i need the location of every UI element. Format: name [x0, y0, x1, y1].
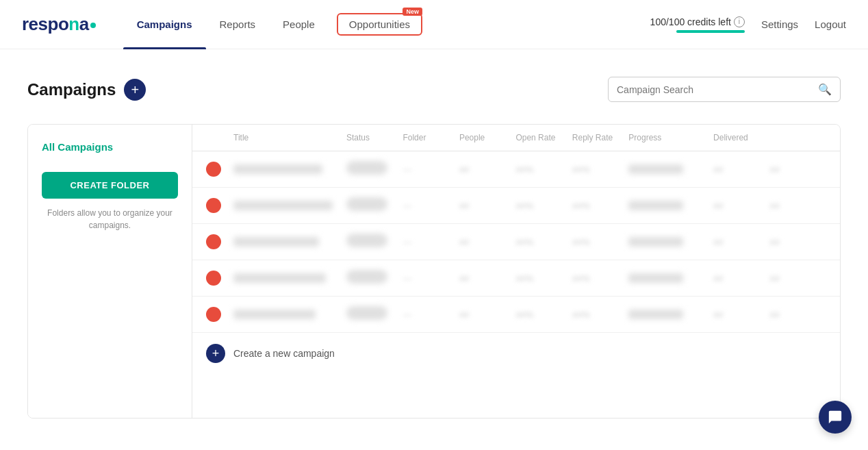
campaign-open-rate: ##%	[515, 237, 533, 247]
campaign-delivered: ##	[713, 164, 723, 175]
campaign-reply-rate: ##%	[572, 201, 590, 211]
credits-container: 100/100 credits left i	[650, 16, 745, 33]
page-header: Campaigns + 🔍	[27, 77, 841, 102]
campaign-title	[233, 201, 333, 210]
campaign-status-icon	[206, 271, 221, 286]
campaign-people: ##	[459, 237, 469, 247]
new-badge: New	[403, 8, 422, 16]
campaign-status	[346, 197, 387, 211]
opportunities-label: Opportunities	[349, 18, 410, 30]
campaign-extra: ##	[770, 273, 780, 284]
campaign-title	[233, 310, 316, 319]
campaign-delivered: ##	[713, 237, 723, 247]
campaign-delivered: ##	[713, 273, 723, 284]
header: respona Campaigns Reports People Opportu…	[0, 0, 868, 49]
campaign-title	[233, 273, 326, 283]
campaign-folder: —	[403, 237, 411, 247]
campaign-extra: ##	[770, 164, 780, 175]
campaign-open-rate: ##%	[515, 273, 533, 284]
campaign-extra: ##	[770, 310, 780, 320]
col-open-rate: Open Rate	[515, 133, 572, 142]
search-box: 🔍	[608, 77, 841, 102]
col-folder: Folder	[403, 133, 459, 142]
campaign-progress	[628, 237, 683, 247]
nav-reports[interactable]: Reports	[206, 0, 270, 49]
credits-text: 100/100 credits left i	[650, 16, 745, 27]
campaign-extra: ##	[770, 201, 780, 211]
campaign-people: ##	[459, 310, 469, 320]
campaign-folder: —	[403, 201, 411, 211]
campaign-status	[346, 234, 387, 247]
search-icon: 🔍	[818, 83, 832, 96]
campaign-status	[346, 306, 387, 320]
campaign-reply-rate: ##%	[572, 164, 590, 175]
campaign-progress	[628, 273, 683, 283]
campaign-folder: —	[403, 164, 411, 175]
nav-opportunities[interactable]: Opportunities New	[337, 13, 422, 36]
col-extra	[770, 133, 826, 142]
nav-campaigns[interactable]: Campaigns	[123, 0, 206, 49]
campaign-reply-rate: ##%	[572, 310, 590, 320]
campaign-status-icon	[206, 234, 221, 249]
col-people: People	[459, 133, 515, 142]
main-content: Campaigns + 🔍 All Campaigns CREATE FOLDE…	[0, 49, 868, 418]
campaign-extra: ##	[770, 237, 780, 247]
sidebar: All Campaigns CREATE FOLDER Folders allo…	[28, 125, 192, 418]
campaign-open-rate: ##%	[515, 201, 533, 211]
campaigns-table: Title Status Folder People Open Rate Rep…	[192, 125, 840, 418]
campaign-people: ##	[459, 201, 469, 211]
chat-icon	[828, 410, 843, 425]
campaign-folder: —	[403, 310, 411, 320]
folder-hint: Folders allow you to organize your campa…	[42, 207, 178, 232]
table-header: Title Status Folder People Open Rate Rep…	[192, 125, 840, 151]
create-campaign-label: Create a new campaign	[233, 348, 335, 359]
campaign-delivered: ##	[713, 201, 723, 211]
sidebar-title: All Campaigns	[42, 141, 178, 153]
campaign-status-icon	[206, 162, 221, 177]
table-row[interactable]: — ## ##% ##% ## ##	[192, 188, 840, 224]
create-folder-button[interactable]: CREATE FOLDER	[42, 172, 178, 199]
main-nav: Campaigns Reports People Opportunities N…	[123, 0, 650, 49]
header-right: 100/100 credits left i Settings Logout	[650, 16, 846, 33]
nav-people[interactable]: People	[269, 0, 329, 49]
table-row[interactable]: — ## ##% ##% ## ##	[192, 297, 840, 333]
campaign-reply-rate: ##%	[572, 273, 590, 284]
campaign-status	[346, 161, 387, 175]
create-campaign-icon[interactable]: +	[206, 344, 225, 363]
add-campaign-button[interactable]: +	[124, 79, 146, 101]
page-title: Campaigns	[27, 80, 116, 99]
campaign-people: ##	[459, 273, 469, 284]
campaign-title	[233, 237, 319, 247]
chat-bubble-button[interactable]	[819, 401, 852, 434]
campaign-status-icon	[206, 307, 221, 322]
campaign-open-rate: ##%	[515, 164, 533, 175]
campaign-status	[346, 270, 387, 284]
content-area: All Campaigns CREATE FOLDER Folders allo…	[27, 124, 841, 418]
campaign-delivered: ##	[713, 310, 723, 320]
col-delivered: Delivered	[713, 133, 769, 142]
table-row[interactable]: — ## ##% ##% ## ##	[192, 224, 840, 260]
search-input[interactable]	[617, 84, 818, 95]
page-title-row: Campaigns +	[27, 79, 146, 101]
credits-bar	[676, 30, 745, 33]
col-icon	[206, 133, 233, 142]
campaign-progress	[628, 164, 683, 174]
campaign-progress	[628, 201, 683, 210]
settings-link[interactable]: Settings	[761, 18, 798, 30]
campaign-status-icon	[206, 198, 221, 213]
table-row[interactable]: — ## ##% ##% ## ##	[192, 260, 840, 297]
campaign-reply-rate: ##%	[572, 237, 590, 247]
campaign-open-rate: ##%	[515, 310, 533, 320]
col-reply-rate: Reply Rate	[572, 133, 628, 142]
logout-link[interactable]: Logout	[815, 18, 846, 30]
table-row[interactable]: — ## ##% ##% ## ##	[192, 151, 840, 188]
logo-text: respona	[22, 14, 96, 35]
logo[interactable]: respona	[22, 14, 96, 35]
col-title: Title	[233, 133, 346, 142]
col-status: Status	[346, 133, 403, 142]
campaign-people: ##	[459, 164, 469, 175]
campaign-title	[233, 164, 322, 174]
create-campaign-row[interactable]: + Create a new campaign	[192, 333, 840, 374]
campaign-progress	[628, 310, 683, 319]
credits-info-icon[interactable]: i	[734, 16, 745, 27]
